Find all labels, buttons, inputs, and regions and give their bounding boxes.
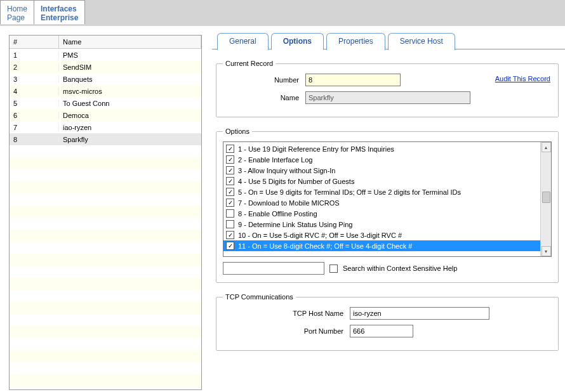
row-name: SendSIM [59, 63, 201, 71]
table-row[interactable]: 3Banquets [10, 73, 201, 85]
table-row-empty [10, 362, 201, 374]
table-row[interactable]: 8Sparkfly [10, 133, 201, 145]
row-name: iao-ryzen [59, 124, 201, 131]
tab-options[interactable]: Options [271, 33, 324, 50]
row-name: Democa [59, 112, 201, 119]
option-label: 2 - Enable Interface Log [238, 156, 312, 164]
option-label: 3 - Allow Inquiry without Sign-In [238, 167, 335, 174]
tab-line1: Home [7, 4, 27, 13]
grid-header-num[interactable]: # [10, 36, 59, 48]
table-row[interactable]: 4msvc-micros [10, 85, 201, 97]
option-checkbox[interactable] [226, 209, 234, 218]
table-row-empty [10, 314, 201, 326]
options-list-wrap: ✓1 - Use 19 Digit Reference Entry for PM… [223, 141, 552, 257]
scroll-up-icon[interactable]: ▴ [542, 142, 551, 152]
tcp-host-label: TCP Host Name [223, 310, 350, 317]
audit-this-record-link[interactable]: Audit This Record [495, 75, 550, 82]
main: # Name 1PMS2SendSIM3Banquets4msvc-micros… [0, 26, 565, 391]
row-num: 8 [10, 136, 59, 143]
options-scrollbar[interactable]: ▴ ▾ [540, 142, 551, 256]
table-row-empty [10, 338, 201, 350]
tab-line1: Interfaces [41, 4, 78, 13]
tabstrip: General Options Properties Service Host [217, 32, 565, 49]
table-row-empty [10, 326, 201, 338]
tab-general[interactable]: General [217, 33, 269, 50]
option-checkbox[interactable]: ✓ [226, 155, 234, 164]
table-row-empty [10, 181, 201, 193]
scroll-down-icon[interactable]: ▾ [542, 246, 551, 256]
option-row[interactable]: ✓1 - Use 19 Digit Reference Entry for PM… [223, 143, 540, 154]
tab-properties[interactable]: Properties [326, 33, 385, 50]
left-panel: # Name 1PMS2SendSIM3Banquets4msvc-micros… [0, 26, 207, 391]
tcp-host-input[interactable] [350, 307, 489, 320]
option-row[interactable]: ✓3 - Allow Inquiry without Sign-In [223, 165, 540, 176]
option-checkbox[interactable]: ✓ [226, 188, 234, 196]
tab-service-host[interactable]: Service Host [388, 33, 455, 50]
name-input [305, 91, 470, 104]
topbar-tab-interfaces[interactable]: Interfaces Enterprise [34, 0, 85, 24]
option-row[interactable]: ✓5 - On = Use 9 digits for Terminal IDs;… [223, 186, 540, 197]
tab-line2: Enterprise [41, 13, 78, 22]
table-row-empty [10, 157, 201, 169]
tcp-group: TCP Communications TCP Host Name Port Nu… [216, 293, 559, 351]
row-name: Sparkfly [59, 136, 201, 143]
option-row[interactable]: ✓2 - Enable Interface Log [223, 154, 540, 165]
table-row-empty [10, 350, 201, 362]
options-legend: Options [223, 127, 252, 135]
tcp-legend: TCP Communications [223, 293, 296, 301]
table-row-empty [10, 254, 201, 266]
row-num: 5 [10, 100, 59, 107]
scroll-thumb[interactable] [542, 192, 550, 203]
table-row-empty [10, 242, 201, 254]
number-label: Number [223, 76, 305, 84]
option-checkbox[interactable]: ✓ [226, 177, 234, 185]
table-row-empty [10, 206, 201, 218]
grid-header-name[interactable]: Name [59, 36, 201, 48]
table-row-empty [10, 278, 201, 290]
table-row-empty [10, 374, 201, 386]
option-row[interactable]: 8 - Enable Offline Posting [223, 208, 540, 219]
tab-sheet-options: Current Record Audit This Record Number … [212, 49, 565, 351]
table-row[interactable]: 7iao-ryzen [10, 121, 201, 133]
options-list[interactable]: ✓1 - Use 19 Digit Reference Entry for PM… [223, 142, 540, 256]
table-row-empty [10, 218, 201, 230]
table-row-empty [10, 302, 201, 314]
number-input[interactable] [305, 74, 401, 86]
option-checkbox[interactable]: ✓ [226, 166, 234, 174]
table-row[interactable]: 1PMS [10, 49, 201, 61]
option-label: 5 - On = Use 9 digits for Terminal IDs; … [238, 188, 461, 196]
option-checkbox[interactable]: ✓ [226, 145, 234, 153]
option-checkbox[interactable]: ✓ [226, 242, 234, 250]
option-row[interactable]: ✓10 - On = Use 5-digit RVC #; Off = Use … [223, 230, 540, 240]
table-row-empty [10, 230, 201, 242]
option-checkbox[interactable]: ✓ [226, 199, 234, 207]
context-help-search-row: Search within Context Sensitive Help [223, 262, 552, 275]
option-checkbox[interactable]: ✓ [226, 231, 234, 239]
row-num: 7 [10, 124, 59, 131]
option-checkbox[interactable] [226, 220, 234, 228]
current-record-group: Current Record Audit This Record Number … [216, 60, 559, 117]
option-label: 1 - Use 19 Digit Reference Entry for PMS… [238, 145, 394, 153]
table-row-empty [10, 290, 201, 302]
table-row[interactable]: 6Democa [10, 109, 201, 121]
row-num: 1 [10, 51, 59, 59]
table-row-empty [10, 145, 201, 157]
option-row[interactable]: ✓11 - On = Use 8-digit Check #; Off = Us… [223, 240, 540, 251]
option-row[interactable]: ✓7 - Download to Mobile MICROS [223, 197, 540, 208]
row-name: To Guest Conn [59, 100, 201, 107]
row-num: 6 [10, 112, 59, 119]
option-row[interactable]: ✓4 - Use 5 Digits for Number of Guests [223, 176, 540, 186]
table-row-empty [10, 266, 201, 278]
row-num: 3 [10, 75, 59, 83]
row-num: 4 [10, 88, 59, 95]
option-row[interactable]: 9 - Determine Link Status Using Ping [223, 219, 540, 230]
table-row[interactable]: 5To Guest Conn [10, 97, 201, 109]
topbar-tab-home[interactable]: Home Page [0, 0, 34, 24]
context-help-search-input[interactable] [223, 262, 324, 275]
option-label: 10 - On = Use 5-digit RVC #; Off = Use 3… [238, 232, 402, 239]
table-row[interactable]: 2SendSIM [10, 61, 201, 73]
port-input[interactable] [350, 325, 413, 337]
context-help-checkbox[interactable] [329, 265, 338, 273]
tab-line2: Page [7, 13, 27, 22]
topbar: Home Page Interfaces Enterprise [0, 0, 565, 26]
